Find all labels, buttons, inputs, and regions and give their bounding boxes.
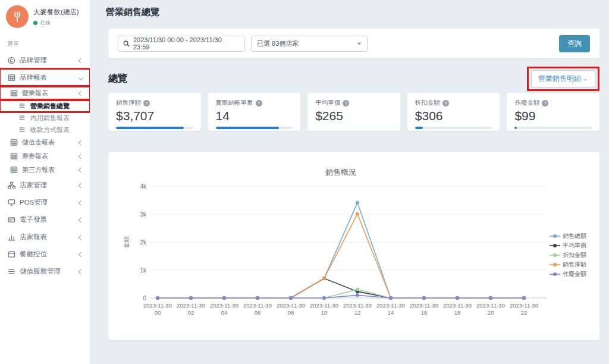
sidebar-item-營業報表[interactable]: 營業報表 <box>0 86 90 100</box>
chevron-left-icon <box>79 217 83 222</box>
sidebar-item-儲值服務管理[interactable]: 儲值服務管理 <box>0 263 90 280</box>
calendar-icon <box>7 250 15 258</box>
date-range-value: 2023/11/30 00:00 - 2023/11/30 23:59 <box>133 36 240 51</box>
search-icon <box>123 40 130 47</box>
help-icon[interactable]: ? <box>343 100 349 106</box>
sidebar-item-品牌報表[interactable]: 品牌報表 <box>0 69 90 86</box>
sidebar-item-label: 收款方式報表 <box>30 125 70 134</box>
sidebar-item-label: 儲值金報表 <box>22 138 55 147</box>
annotation-box: 營業銷售明細→ <box>527 67 599 91</box>
svg-text:2023-11-3016: 2023-11-3016 <box>410 302 438 316</box>
legend-label: 平均單價 <box>563 241 586 250</box>
sidebar-item-label: 票券報表 <box>22 152 48 161</box>
sidebar-item-label: 營業銷售總覽 <box>30 102 70 111</box>
copyright-icon <box>7 57 15 64</box>
store-select-value: 已選 83個店家 <box>257 39 299 48</box>
legend-label: 銷售淨額 <box>563 261 586 269</box>
chevron-left-icon <box>79 200 83 205</box>
chevron-left-icon <box>79 252 83 256</box>
stat-label: 實際結帳單量 <box>216 99 253 107</box>
online-status-dot <box>33 21 37 25</box>
svg-text:2023-11-3008: 2023-11-3008 <box>277 302 305 316</box>
sitemap-icon <box>7 181 15 189</box>
help-icon[interactable]: ? <box>143 100 150 106</box>
bars-icon <box>7 268 15 275</box>
svg-text:4k: 4k <box>140 183 147 190</box>
legend-item-銷售總額[interactable]: 銷售總額 <box>550 232 586 240</box>
stat-progress-bar <box>514 127 592 129</box>
stat-card-實際結帳單量: 實際結帳單量?14 <box>208 93 301 131</box>
sidebar-item-label: 店家管理 <box>20 181 47 190</box>
svg-text:3k: 3k <box>140 211 147 218</box>
chevron-left-icon <box>79 90 83 95</box>
sales-detail-button[interactable]: 營業銷售明細→ <box>531 70 595 87</box>
stat-progress-bar <box>415 127 492 129</box>
chevron-left-icon <box>79 234 83 239</box>
chevron-left-icon <box>79 140 83 145</box>
sidebar-item-店家管理[interactable]: 店家管理 <box>0 177 90 194</box>
sidebar-item-儲值金報表[interactable]: 儲值金報表 <box>0 136 90 149</box>
sidebar-item-營業銷售總覽[interactable]: 營業銷售總覽 <box>0 100 90 112</box>
help-icon[interactable]: ? <box>542 100 548 106</box>
list-icon <box>18 102 26 109</box>
svg-text:2023-11-3002: 2023-11-3002 <box>177 302 205 316</box>
legend-marker-icon <box>550 234 560 239</box>
sidebar-item-label: 內用銷售報表 <box>30 114 70 123</box>
sidebar-menu: 品牌管理品牌報表營業報表營業銷售總覽內用銷售報表收款方式報表儲值金報表票券報表第… <box>0 52 90 280</box>
sidebar-item-label: POS管理 <box>20 198 48 207</box>
legend-item-平均單價[interactable]: 平均單價 <box>550 241 586 250</box>
svg-text:2023-11-3010: 2023-11-3010 <box>310 302 338 316</box>
stat-label: 折扣金額 <box>415 99 440 107</box>
stat-label: 平均單價 <box>315 99 340 107</box>
sidebar-item-餐廳控位[interactable]: 餐廳控位 <box>0 246 90 263</box>
menu-section-label: 選單 <box>0 30 90 52</box>
help-icon[interactable]: ? <box>442 100 449 106</box>
legend-marker-icon <box>550 272 560 277</box>
sidebar-item-票券報表[interactable]: 票券報表 <box>0 149 90 163</box>
table-icon <box>10 166 18 174</box>
stat-progress-bar <box>216 127 293 129</box>
legend-item-銷售淨額[interactable]: 銷售淨額 <box>550 261 586 269</box>
sidebar-item-label: 店家報表 <box>20 233 47 241</box>
legend-label: 銷售總額 <box>563 232 586 240</box>
stat-value: $99 <box>514 109 592 123</box>
stat-value: $265 <box>315 109 393 123</box>
sidebar-item-內用銷售報表[interactable]: 內用銷售報表 <box>0 112 90 124</box>
brand-logo-fork-icon <box>6 5 29 28</box>
stat-progress-bar <box>116 127 193 129</box>
sidebar-item-label: 品牌報表 <box>20 73 47 82</box>
filter-bar: 2023/11/30 00:00 - 2023/11/30 23:59 已選 8… <box>108 29 599 58</box>
table-icon <box>10 89 18 97</box>
chevron-down-icon: ▼ <box>356 41 362 46</box>
sales-chart-card: 銷售概況金額01k2k3k4k2023-11-30002023-11-30022… <box>108 152 599 340</box>
chevron-left-icon <box>79 153 83 158</box>
legend-item-作廢金額[interactable]: 作廢金額 <box>550 270 586 278</box>
help-icon[interactable]: ? <box>256 100 262 106</box>
store-select[interactable]: 已選 83個店家 ▼ <box>251 36 368 52</box>
date-range-input[interactable]: 2023/11/30 00:00 - 2023/11/30 23:59 <box>118 36 245 52</box>
sidebar: 大麥餐飲(總店) 在線 選單 品牌管理品牌報表營業報表營業銷售總覽內用銷售報表收… <box>0 0 90 364</box>
sidebar-item-POS管理[interactable]: POS管理 <box>0 194 90 211</box>
list-icon <box>18 126 26 133</box>
stat-value: $306 <box>415 109 492 123</box>
table-icon <box>10 152 18 160</box>
legend-item-折扣金額[interactable]: 折扣金額 <box>550 251 586 259</box>
svg-text:2023-11-3012: 2023-11-3012 <box>343 302 372 316</box>
sidebar-item-品牌管理[interactable]: 品牌管理 <box>0 52 90 69</box>
sidebar-item-電子發票[interactable]: 電子發票 <box>0 211 90 228</box>
query-button[interactable]: 查詢 <box>559 35 590 52</box>
legend-label: 折扣金額 <box>563 251 586 259</box>
svg-text:2023-11-3020: 2023-11-3020 <box>476 302 505 316</box>
page-title: 營業銷售總覽 <box>106 7 594 18</box>
svg-text:2023-11-3004: 2023-11-3004 <box>210 302 238 316</box>
section-title: 總覽 <box>108 73 127 85</box>
app-window: 大麥餐飲(總店) 在線 選單 品牌管理品牌報表營業報表營業銷售總覽內用銷售報表收… <box>0 0 609 364</box>
svg-text:2k: 2k <box>140 239 147 246</box>
desktop-icon <box>7 199 15 206</box>
sidebar-item-第三方報表[interactable]: 第三方報表 <box>0 163 90 177</box>
sidebar-item-店家報表[interactable]: 店家報表 <box>0 228 90 246</box>
sidebar-item-收款方式報表[interactable]: 收款方式報表 <box>0 124 90 136</box>
stat-value: 14 <box>216 109 293 123</box>
sidebar-item-label: 品牌管理 <box>20 56 47 65</box>
legend-marker-icon <box>550 253 560 258</box>
